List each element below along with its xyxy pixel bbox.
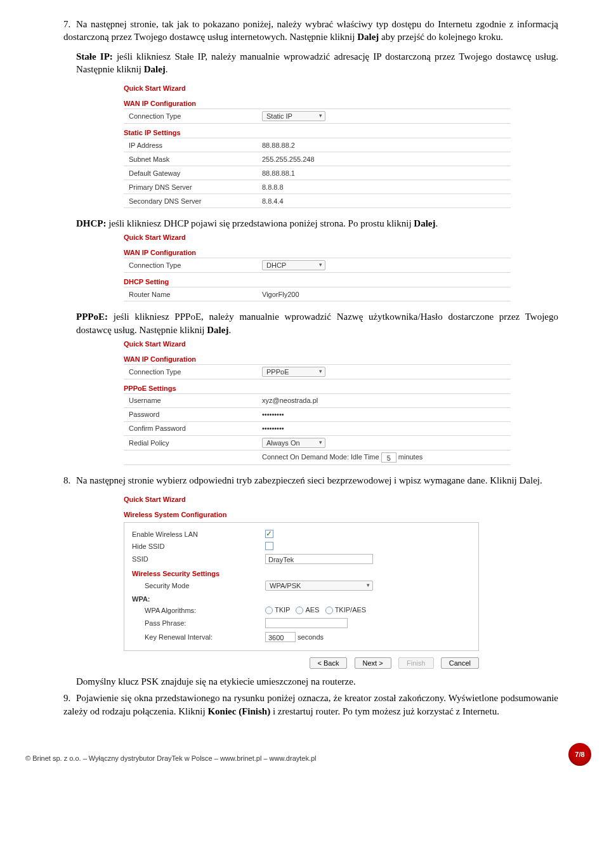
wizard-title: Quick Start Wizard (124, 340, 511, 348)
step-7-bold-a: Dalej (357, 32, 379, 42)
redial-policy-label: Redial Policy (124, 435, 257, 450)
cancel-button[interactable]: Cancel (441, 657, 479, 669)
username-label: Username (124, 393, 257, 407)
wizard-wireless: Quick Start Wizard Wireless System Confi… (124, 496, 479, 651)
next-button[interactable]: Next > (355, 657, 391, 669)
security-mode-select[interactable]: WPA/PSK (265, 581, 373, 591)
subnet-mask-value[interactable]: 255.255.255.248 (257, 152, 511, 166)
pass-phrase-label: Pass Phrase: (132, 619, 265, 627)
enable-wlan-checkbox[interactable] (265, 530, 273, 538)
default-gateway-value[interactable]: 88.88.88.1 (257, 166, 511, 180)
dhcp-label: DHCP: (76, 218, 107, 228)
wan-ip-config-heading: WAN IP Configuration (124, 249, 511, 256)
step-9-number: 9. (63, 692, 76, 704)
wizard-button-row: < Back Next > Finish Cancel (124, 657, 479, 669)
secondary-dns-value[interactable]: 8.8.4.4 (257, 194, 511, 208)
tkip-label: TKIP (275, 606, 290, 614)
aes-radio[interactable] (296, 607, 303, 614)
pppoe-label: PPPoE: (76, 312, 108, 322)
aes-label: AES (305, 606, 319, 614)
ssid-label: SSID (132, 555, 265, 563)
key-renewal-unit: seconds (298, 633, 324, 641)
primary-dns-label: Primary DNS Server (124, 180, 257, 194)
static-ip-text-b: . (166, 64, 168, 74)
redial-policy-select[interactable]: Always On (262, 438, 325, 448)
router-name-value[interactable]: VigorFly200 (257, 287, 511, 301)
connection-type-select[interactable]: PPPoE (262, 367, 325, 377)
pppoe-text-b: . (228, 325, 231, 335)
hide-ssid-checkbox[interactable] (265, 542, 273, 550)
ssid-input[interactable]: DrayTek (265, 554, 373, 564)
wireless-security-heading: Wireless Security Settings (132, 570, 471, 577)
document-page: 7.Na następnej stronie, tak jak to pokaz… (0, 0, 609, 739)
pass-phrase-input[interactable] (265, 618, 348, 628)
wpa-heading: WPA: (132, 595, 471, 603)
security-mode-label: Security Mode (132, 582, 265, 589)
pppoe-bold-b: Dalej (207, 325, 228, 335)
step-8: 8.Na następnej stronie wybierz odpowiedn… (63, 474, 558, 487)
step-9: 9.Pojawienie się okna przedstawionego na… (63, 692, 558, 718)
wizard-pppoe: Quick Start Wizard WAN IP Configuration … (124, 340, 511, 465)
password-label: Password (124, 407, 257, 421)
step-8-text: Na następnej stronie wybierz odpowiedni … (76, 475, 542, 485)
pppoe-text-a: jeśli klikniesz PPPoE, należy manualnie … (76, 312, 558, 334)
enable-wlan-label: Enable Wireless LAN (132, 530, 265, 538)
wizard-static-ip: Quick Start Wizard WAN IP Configuration … (124, 84, 511, 208)
connection-type-select[interactable]: DHCP (262, 260, 325, 270)
wizard-title: Quick Start Wizard (124, 496, 479, 503)
idle-time-input[interactable]: 5 (381, 452, 396, 463)
ip-address-value[interactable]: 88.88.88.2 (257, 138, 511, 152)
confirm-password-value[interactable]: ••••••••• (257, 421, 511, 435)
psk-note: Domyślny klucz PSK znajduje się na etyki… (63, 675, 558, 688)
wizard-dhcp: Quick Start Wizard WAN IP Configuration … (124, 233, 511, 301)
page-number-badge: 7/8 (568, 743, 591, 766)
footer-text: © Brinet sp. z o.o. – Wyłączny dystrybut… (25, 754, 558, 762)
subnet-mask-label: Subnet Mask (124, 152, 257, 166)
key-renewal-label: Key Renewal Interval: (132, 633, 265, 641)
username-value[interactable]: xyz@neostrada.pl (257, 393, 511, 407)
step-7-number: 7. (63, 18, 76, 30)
dhcp-text-a: jeśli klikniesz DHCP pojawi się przedsta… (107, 218, 414, 228)
tkip-aes-radio[interactable] (325, 607, 333, 614)
page-footer: © Brinet sp. z o.o. – Wyłączny dystrybut… (0, 751, 609, 766)
wan-ip-config-heading: WAN IP Configuration (124, 355, 511, 363)
connection-type-select[interactable]: Static IP (262, 111, 325, 121)
wan-ip-config-heading: WAN IP Configuration (124, 100, 511, 107)
static-ip-paragraph: Stałe IP: jeśli klikniesz Stałe IP, nale… (63, 50, 558, 76)
static-ip-label: Stałe IP: (76, 51, 113, 62)
wizard-title: Quick Start Wizard (124, 233, 511, 241)
tkip-radio[interactable] (265, 607, 273, 614)
back-button[interactable]: < Back (310, 657, 348, 669)
wpa-algorithms-options: TKIP AES TKIP/AES (265, 606, 366, 614)
tkip-aes-label: TKIP/AES (335, 606, 367, 614)
step-7-text-b: aby przejść do kolejnego kroku. (379, 32, 503, 42)
static-ip-settings-heading: Static IP Settings (124, 129, 511, 136)
idle-time-suffix: minutes (398, 453, 423, 461)
dhcp-bold-b: Dalej (414, 218, 435, 228)
password-value[interactable]: ••••••••• (257, 407, 511, 421)
key-renewal-input[interactable]: 3600 (265, 632, 296, 642)
primary-dns-value[interactable]: 8.8.8.8 (257, 180, 511, 194)
default-gateway-label: Default Gateway (124, 166, 257, 180)
hide-ssid-label: Hide SSID (132, 542, 265, 550)
wizard-title: Quick Start Wizard (124, 84, 511, 92)
ip-address-label: IP Address (124, 138, 257, 152)
step-9-text-b: i zrestartuj router. Po tym możesz już k… (270, 706, 499, 716)
pppoe-settings-heading: PPPoE Settings (124, 385, 511, 392)
idle-time-prefix: Connect On Demand Mode: Idle Time (262, 453, 379, 461)
connection-type-label: Connection Type (124, 258, 257, 273)
confirm-password-label: Confirm Password (124, 421, 257, 435)
finish-button[interactable]: Finish (398, 657, 434, 669)
dhcp-paragraph: DHCP: jeśli klikniesz DHCP pojawi się pr… (63, 217, 558, 230)
step-9-bold-a: Koniec (Finish) (207, 706, 270, 716)
wpa-algorithms-label: WPA Algorithms: (132, 607, 265, 614)
step-8-number: 8. (63, 474, 76, 487)
secondary-dns-label: Secondary DNS Server (124, 194, 257, 208)
static-ip-table: IP Address88.88.88.2 Subnet Mask255.255.… (124, 138, 511, 208)
wireless-config-heading: Wireless System Configuration (124, 511, 479, 518)
static-ip-bold: Dalej (144, 64, 166, 74)
dhcp-setting-heading: DHCP Setting (124, 278, 511, 286)
dhcp-text-b: . (435, 218, 438, 228)
pppoe-paragraph: PPPoE: jeśli klikniesz PPPoE, należy man… (63, 310, 558, 336)
connection-type-label: Connection Type (124, 364, 257, 379)
